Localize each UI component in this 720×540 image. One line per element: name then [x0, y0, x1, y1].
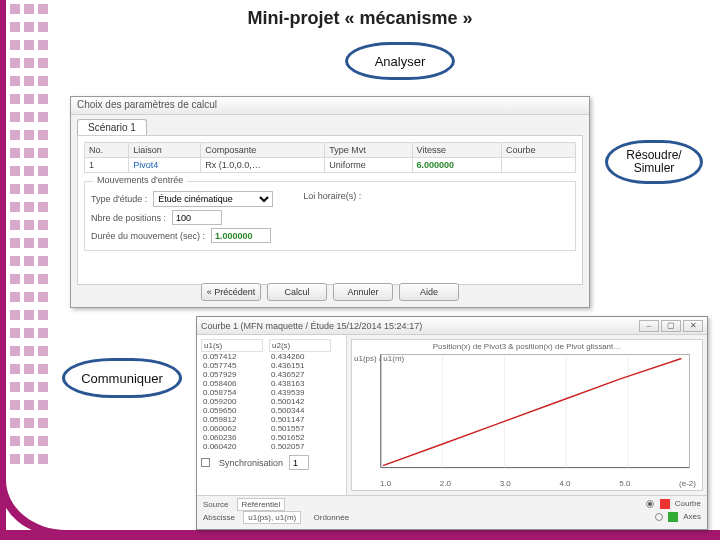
- cell-type: Uniforme: [325, 158, 412, 173]
- grid-row[interactable]: 0.0587540.439539: [201, 388, 342, 397]
- bubble-analyser-label: Analyser: [375, 54, 426, 69]
- cell-liaison[interactable]: Pivot4: [129, 158, 201, 173]
- label-type-etude: Type d'étude :: [91, 194, 147, 204]
- xtick: 1.0: [380, 479, 391, 488]
- label-abscisse: Abscisse: [203, 513, 235, 522]
- grid-row[interactable]: 0.0592000.500142: [201, 397, 342, 406]
- plot-xticks: 1.0 2.0 3.0 4.0 5.0 (e-2): [380, 479, 696, 488]
- xtick: 3.0: [500, 479, 511, 488]
- bubble-communiquer: Communiquer: [62, 358, 182, 398]
- btn-precedent[interactable]: « Précédent: [201, 283, 261, 301]
- field-abscisse[interactable]: u1(ps), u1(m): [243, 511, 301, 524]
- data-grid[interactable]: u1(s) u2(s) 0.0574120.4342600.0577450.43…: [197, 335, 347, 495]
- cell-courbe: [501, 158, 575, 173]
- grid-col-2: u2(s): [269, 339, 331, 352]
- dialog1-buttons: « Précédent Calcul Annuler Aide: [71, 283, 589, 301]
- window-controls: – ▢ ✕: [639, 320, 703, 332]
- col-composante: Composante: [201, 143, 325, 158]
- grid-row[interactable]: 0.0596500.500344: [201, 406, 342, 415]
- label-sync: Synchronisation: [219, 458, 283, 468]
- col-liaison: Liaison: [129, 143, 201, 158]
- radio-courbe[interactable]: [646, 500, 654, 508]
- btn-calcul[interactable]: Calcul: [267, 283, 327, 301]
- grid-row[interactable]: 0.0600620.501557: [201, 424, 342, 433]
- minimize-icon[interactable]: –: [639, 320, 659, 332]
- col-type-mvt: Type Mvt: [325, 143, 412, 158]
- label-loi-horaire: Loi horaire(s) :: [303, 191, 361, 201]
- tab-scenario-1[interactable]: Scénario 1: [77, 119, 147, 135]
- bubble-resoudre: Résoudre/ Simuler: [605, 140, 703, 184]
- grid-row[interactable]: 0.0604200.502057: [201, 442, 342, 451]
- mouvements-table: No. Liaison Composante Type Mvt Vitesse …: [84, 142, 576, 173]
- label-radio-courbe: Courbe: [675, 499, 701, 508]
- plot-area[interactable]: Position(x) de Pivot3 & position(x) de P…: [351, 339, 703, 491]
- label-duree: Durée du mouvement (sec) :: [91, 231, 205, 241]
- slide-left-decor: // deferred draw after body parse — but …: [0, 0, 62, 540]
- swatch-red-icon: [660, 499, 670, 509]
- swatch-green-icon: [668, 512, 678, 522]
- dialog2-titlebar: Courbe 1 (MFN maquette / Étude 15/12/201…: [197, 317, 707, 335]
- grid-row[interactable]: 0.0574120.434260: [201, 352, 342, 361]
- slide-bottom-bar: [0, 530, 720, 540]
- checkbox-sync[interactable]: [201, 458, 210, 467]
- label-radio-axes: Axes: [683, 512, 701, 521]
- btn-annuler[interactable]: Annuler: [333, 283, 393, 301]
- dialog2-bottom: Source Référentiel Courbe Abscisse u1(ps…: [197, 495, 707, 525]
- dialog1-tabs: Scénario 1: [71, 115, 589, 135]
- grid-col-1: u1(s): [201, 339, 263, 352]
- bubble-resoudre-label: Résoudre/ Simuler: [626, 149, 681, 175]
- input-nb-positions[interactable]: [172, 210, 222, 225]
- xtick: 4.0: [559, 479, 570, 488]
- cell-no: 1: [85, 158, 129, 173]
- label-source: Source: [203, 500, 228, 509]
- plot-svg: [352, 340, 702, 484]
- grid-row[interactable]: 0.0577450.436151: [201, 361, 342, 370]
- input-duree[interactable]: [211, 228, 271, 243]
- col-courbe: Courbe: [501, 143, 575, 158]
- xtick: 5.0: [619, 479, 630, 488]
- group-legend: Mouvements d'entrée: [93, 175, 187, 185]
- cell-vitesse[interactable]: 6.000000: [412, 158, 501, 173]
- col-vitesse: Vitesse: [412, 143, 501, 158]
- grid-row[interactable]: 0.0584060.438163: [201, 379, 342, 388]
- page-title: Mini-projet « mécanisme »: [0, 8, 720, 29]
- table-header-row: No. Liaison Composante Type Mvt Vitesse …: [85, 143, 576, 158]
- xtick: (e-2): [679, 479, 696, 488]
- col-no: No.: [85, 143, 129, 158]
- grid-row[interactable]: 0.0602360.501652: [201, 433, 342, 442]
- label-nb-positions: Nbre de positions :: [91, 213, 166, 223]
- select-type-etude[interactable]: Étude cinématique: [153, 191, 273, 207]
- group-mouvements-entree: Mouvements d'entrée Type d'étude : Étude…: [84, 181, 576, 251]
- maximize-icon[interactable]: ▢: [661, 320, 681, 332]
- field-source[interactable]: Référentiel: [237, 498, 286, 511]
- radio-axes[interactable]: [655, 513, 663, 521]
- close-icon[interactable]: ✕: [683, 320, 703, 332]
- dialog-parametres-calcul: Choix des paramètres de calcul Scénario …: [70, 96, 590, 308]
- label-ordonnee: Ordonnée: [314, 513, 350, 522]
- btn-aide[interactable]: Aide: [399, 283, 459, 301]
- xtick: 2.0: [440, 479, 451, 488]
- table-row[interactable]: 1 Pivot4 Rx (1.0,0.0,… Uniforme 6.000000: [85, 158, 576, 173]
- dialog2-caption: Courbe 1 (MFN maquette / Étude 15/12/201…: [201, 321, 422, 331]
- grid-row[interactable]: 0.0579290.436527: [201, 370, 342, 379]
- grid-row[interactable]: 0.0598120.501147: [201, 415, 342, 424]
- bubble-communiquer-label: Communiquer: [81, 371, 163, 386]
- dialog-courbe: Courbe 1 (MFN maquette / Étude 15/12/201…: [196, 316, 708, 530]
- series-line: [383, 359, 682, 466]
- cell-composante: Rx (1.0,0.0,…: [201, 158, 325, 173]
- bubble-analyser: Analyser: [345, 42, 455, 80]
- input-sync[interactable]: [289, 455, 309, 470]
- dialog1-panel: No. Liaison Composante Type Mvt Vitesse …: [77, 135, 583, 285]
- dialog1-titlebar: Choix des paramètres de calcul: [71, 97, 589, 115]
